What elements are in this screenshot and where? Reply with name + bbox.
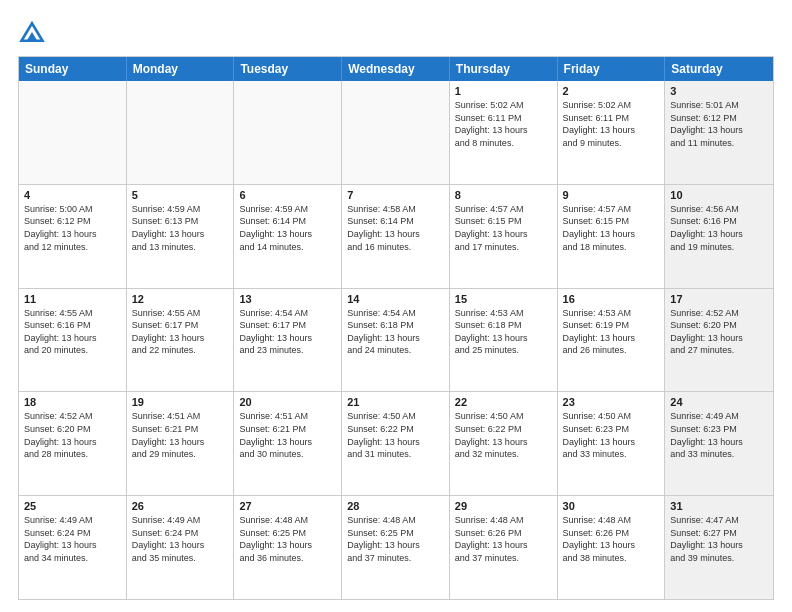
calendar-header-cell: Monday (127, 57, 235, 81)
day-number: 26 (132, 500, 229, 512)
calendar-header-cell: Tuesday (234, 57, 342, 81)
calendar-cell: 29Sunrise: 4:48 AM Sunset: 6:26 PM Dayli… (450, 496, 558, 599)
day-number: 22 (455, 396, 552, 408)
day-info: Sunrise: 4:50 AM Sunset: 6:23 PM Dayligh… (563, 410, 660, 460)
day-info: Sunrise: 4:54 AM Sunset: 6:18 PM Dayligh… (347, 307, 444, 357)
calendar-cell (127, 81, 235, 184)
day-number: 4 (24, 189, 121, 201)
day-number: 9 (563, 189, 660, 201)
calendar-cell: 24Sunrise: 4:49 AM Sunset: 6:23 PM Dayli… (665, 392, 773, 495)
day-number: 15 (455, 293, 552, 305)
day-number: 2 (563, 85, 660, 97)
calendar-row: 18Sunrise: 4:52 AM Sunset: 6:20 PM Dayli… (19, 391, 773, 495)
day-info: Sunrise: 4:49 AM Sunset: 6:24 PM Dayligh… (24, 514, 121, 564)
day-number: 8 (455, 189, 552, 201)
day-info: Sunrise: 4:49 AM Sunset: 6:24 PM Dayligh… (132, 514, 229, 564)
calendar-header-row: SundayMondayTuesdayWednesdayThursdayFrid… (19, 57, 773, 81)
calendar-cell: 14Sunrise: 4:54 AM Sunset: 6:18 PM Dayli… (342, 289, 450, 392)
day-info: Sunrise: 4:48 AM Sunset: 6:26 PM Dayligh… (455, 514, 552, 564)
calendar-cell: 11Sunrise: 4:55 AM Sunset: 6:16 PM Dayli… (19, 289, 127, 392)
day-info: Sunrise: 4:54 AM Sunset: 6:17 PM Dayligh… (239, 307, 336, 357)
logo-icon (18, 18, 46, 46)
calendar-header-cell: Saturday (665, 57, 773, 81)
calendar-cell: 9Sunrise: 4:57 AM Sunset: 6:15 PM Daylig… (558, 185, 666, 288)
day-number: 6 (239, 189, 336, 201)
calendar-row: 11Sunrise: 4:55 AM Sunset: 6:16 PM Dayli… (19, 288, 773, 392)
calendar-cell: 10Sunrise: 4:56 AM Sunset: 6:16 PM Dayli… (665, 185, 773, 288)
day-info: Sunrise: 4:53 AM Sunset: 6:19 PM Dayligh… (563, 307, 660, 357)
calendar-cell: 28Sunrise: 4:48 AM Sunset: 6:25 PM Dayli… (342, 496, 450, 599)
day-number: 1 (455, 85, 552, 97)
svg-marker-1 (27, 32, 38, 41)
calendar-cell: 13Sunrise: 4:54 AM Sunset: 6:17 PM Dayli… (234, 289, 342, 392)
day-number: 11 (24, 293, 121, 305)
calendar-cell: 25Sunrise: 4:49 AM Sunset: 6:24 PM Dayli… (19, 496, 127, 599)
day-number: 20 (239, 396, 336, 408)
calendar-cell: 22Sunrise: 4:50 AM Sunset: 6:22 PM Dayli… (450, 392, 558, 495)
day-info: Sunrise: 5:01 AM Sunset: 6:12 PM Dayligh… (670, 99, 768, 149)
day-number: 24 (670, 396, 768, 408)
day-number: 5 (132, 189, 229, 201)
day-info: Sunrise: 4:55 AM Sunset: 6:17 PM Dayligh… (132, 307, 229, 357)
day-info: Sunrise: 4:52 AM Sunset: 6:20 PM Dayligh… (24, 410, 121, 460)
day-info: Sunrise: 5:00 AM Sunset: 6:12 PM Dayligh… (24, 203, 121, 253)
day-number: 16 (563, 293, 660, 305)
day-info: Sunrise: 5:02 AM Sunset: 6:11 PM Dayligh… (563, 99, 660, 149)
calendar-header-cell: Thursday (450, 57, 558, 81)
day-info: Sunrise: 4:48 AM Sunset: 6:25 PM Dayligh… (347, 514, 444, 564)
day-info: Sunrise: 4:55 AM Sunset: 6:16 PM Dayligh… (24, 307, 121, 357)
day-number: 14 (347, 293, 444, 305)
day-info: Sunrise: 4:56 AM Sunset: 6:16 PM Dayligh… (670, 203, 768, 253)
day-number: 3 (670, 85, 768, 97)
logo (18, 18, 50, 46)
day-number: 12 (132, 293, 229, 305)
calendar-row: 4Sunrise: 5:00 AM Sunset: 6:12 PM Daylig… (19, 184, 773, 288)
day-number: 30 (563, 500, 660, 512)
day-number: 25 (24, 500, 121, 512)
calendar-cell: 30Sunrise: 4:48 AM Sunset: 6:26 PM Dayli… (558, 496, 666, 599)
day-info: Sunrise: 4:47 AM Sunset: 6:27 PM Dayligh… (670, 514, 768, 564)
header (18, 18, 774, 46)
calendar-cell: 7Sunrise: 4:58 AM Sunset: 6:14 PM Daylig… (342, 185, 450, 288)
day-info: Sunrise: 4:48 AM Sunset: 6:25 PM Dayligh… (239, 514, 336, 564)
day-number: 18 (24, 396, 121, 408)
calendar-cell: 17Sunrise: 4:52 AM Sunset: 6:20 PM Dayli… (665, 289, 773, 392)
calendar-cell: 12Sunrise: 4:55 AM Sunset: 6:17 PM Dayli… (127, 289, 235, 392)
calendar-cell: 2Sunrise: 5:02 AM Sunset: 6:11 PM Daylig… (558, 81, 666, 184)
calendar-header-cell: Wednesday (342, 57, 450, 81)
calendar-row: 1Sunrise: 5:02 AM Sunset: 6:11 PM Daylig… (19, 81, 773, 184)
page: SundayMondayTuesdayWednesdayThursdayFrid… (0, 0, 792, 612)
day-info: Sunrise: 4:49 AM Sunset: 6:23 PM Dayligh… (670, 410, 768, 460)
calendar-header-cell: Sunday (19, 57, 127, 81)
calendar: SundayMondayTuesdayWednesdayThursdayFrid… (18, 56, 774, 600)
day-number: 28 (347, 500, 444, 512)
day-info: Sunrise: 4:52 AM Sunset: 6:20 PM Dayligh… (670, 307, 768, 357)
calendar-cell (342, 81, 450, 184)
calendar-cell: 8Sunrise: 4:57 AM Sunset: 6:15 PM Daylig… (450, 185, 558, 288)
calendar-cell: 18Sunrise: 4:52 AM Sunset: 6:20 PM Dayli… (19, 392, 127, 495)
day-info: Sunrise: 4:51 AM Sunset: 6:21 PM Dayligh… (239, 410, 336, 460)
calendar-body: 1Sunrise: 5:02 AM Sunset: 6:11 PM Daylig… (19, 81, 773, 599)
calendar-cell: 27Sunrise: 4:48 AM Sunset: 6:25 PM Dayli… (234, 496, 342, 599)
day-info: Sunrise: 4:57 AM Sunset: 6:15 PM Dayligh… (563, 203, 660, 253)
calendar-cell: 21Sunrise: 4:50 AM Sunset: 6:22 PM Dayli… (342, 392, 450, 495)
calendar-cell: 26Sunrise: 4:49 AM Sunset: 6:24 PM Dayli… (127, 496, 235, 599)
day-info: Sunrise: 4:59 AM Sunset: 6:13 PM Dayligh… (132, 203, 229, 253)
day-number: 10 (670, 189, 768, 201)
day-info: Sunrise: 4:50 AM Sunset: 6:22 PM Dayligh… (455, 410, 552, 460)
day-number: 17 (670, 293, 768, 305)
day-number: 19 (132, 396, 229, 408)
day-number: 7 (347, 189, 444, 201)
day-info: Sunrise: 4:48 AM Sunset: 6:26 PM Dayligh… (563, 514, 660, 564)
day-info: Sunrise: 5:02 AM Sunset: 6:11 PM Dayligh… (455, 99, 552, 149)
day-info: Sunrise: 4:58 AM Sunset: 6:14 PM Dayligh… (347, 203, 444, 253)
calendar-row: 25Sunrise: 4:49 AM Sunset: 6:24 PM Dayli… (19, 495, 773, 599)
calendar-cell: 5Sunrise: 4:59 AM Sunset: 6:13 PM Daylig… (127, 185, 235, 288)
calendar-cell: 19Sunrise: 4:51 AM Sunset: 6:21 PM Dayli… (127, 392, 235, 495)
calendar-cell: 23Sunrise: 4:50 AM Sunset: 6:23 PM Dayli… (558, 392, 666, 495)
calendar-cell: 4Sunrise: 5:00 AM Sunset: 6:12 PM Daylig… (19, 185, 127, 288)
calendar-cell: 16Sunrise: 4:53 AM Sunset: 6:19 PM Dayli… (558, 289, 666, 392)
calendar-cell (19, 81, 127, 184)
day-number: 29 (455, 500, 552, 512)
calendar-cell: 6Sunrise: 4:59 AM Sunset: 6:14 PM Daylig… (234, 185, 342, 288)
